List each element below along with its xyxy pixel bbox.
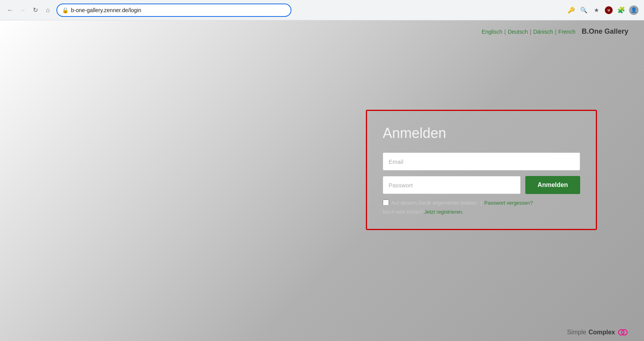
email-input[interactable]: [383, 152, 580, 170]
profile-icon: 👤: [629, 5, 639, 15]
browser-chrome: ← → ↻ ⌂ 🔒 🔑 🔍 ★ u 🧩 👤: [0, 0, 644, 20]
page-content: Englisch | Deutsch | Dänisch | French B.…: [0, 20, 644, 341]
forward-button[interactable]: →: [17, 5, 28, 16]
site-name: B.One Gallery: [582, 27, 628, 36]
browser-actions: 🔑 🔍 ★ u 🧩 👤: [566, 5, 639, 16]
nav-buttons: ← → ↻ ⌂: [5, 5, 53, 16]
remember-separator: |: [481, 200, 482, 206]
remember-checkbox[interactable]: [383, 200, 389, 206]
lang-bar: Englisch | Deutsch | Dänisch | French B.…: [0, 20, 644, 40]
ublock-btn[interactable]: u: [603, 5, 614, 16]
reload-button[interactable]: ↻: [30, 5, 41, 16]
back-button[interactable]: ←: [5, 5, 16, 16]
footer: Simple Complex: [0, 324, 644, 341]
lang-sep-1: |: [504, 29, 506, 35]
home-button[interactable]: ⌂: [42, 5, 53, 16]
lang-french[interactable]: French: [558, 29, 575, 35]
register-link[interactable]: Jetzt registrieren.: [424, 209, 463, 215]
password-row: Anmelden: [383, 176, 580, 194]
address-bar[interactable]: [71, 7, 286, 13]
password-input[interactable]: [383, 176, 521, 194]
key-icon-btn[interactable]: 🔑: [566, 5, 577, 16]
footer-brand-normal: Simple: [567, 329, 586, 336]
lang-englisch[interactable]: Englisch: [482, 29, 503, 35]
register-row: Noch kein Konto? Jetzt registrieren.: [383, 209, 580, 215]
login-title: Anmelden: [383, 125, 580, 141]
lang-sep-2: |: [530, 29, 531, 35]
remember-row: Auf diesem Gerät angemeldet bleiben. | P…: [383, 200, 580, 206]
login-box: Anmelden Anmelden Auf diesem Gerät angem…: [366, 110, 597, 230]
address-bar-container[interactable]: 🔒: [56, 4, 291, 17]
footer-brand-bold: Complex: [588, 329, 615, 336]
lock-icon: 🔒: [62, 7, 69, 13]
lang-deutsch[interactable]: Deutsch: [508, 29, 528, 35]
login-area: Anmelden Anmelden Auf diesem Gerät angem…: [0, 40, 644, 324]
submit-button[interactable]: Anmelden: [525, 176, 580, 194]
bookmark-icon-btn[interactable]: ★: [591, 5, 602, 16]
profile-btn[interactable]: 👤: [628, 5, 639, 16]
remember-text: Auf diesem Gerät angemeldet bleiben.: [391, 200, 478, 206]
extensions-btn[interactable]: 🧩: [616, 5, 627, 16]
ublock-icon: u: [605, 6, 613, 14]
lang-daenisch[interactable]: Dänisch: [533, 29, 553, 35]
zoom-icon-btn[interactable]: 🔍: [578, 5, 589, 16]
footer-logo-icon: [617, 328, 628, 336]
forgot-password-link[interactable]: Passwort vergessen?: [484, 200, 533, 206]
no-account-text: Noch kein Konto?: [383, 209, 423, 215]
lang-sep-3: |: [555, 29, 557, 35]
